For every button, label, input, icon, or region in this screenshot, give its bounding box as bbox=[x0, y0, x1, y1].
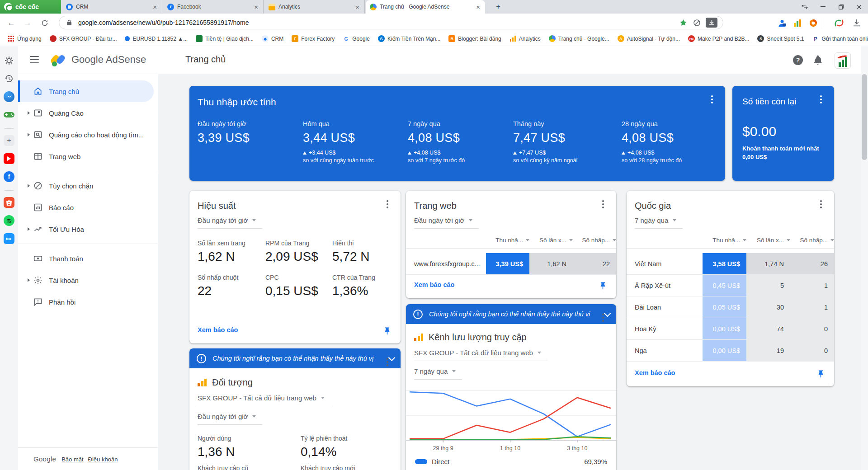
orange-donut-extension-icon[interactable] bbox=[807, 17, 819, 29]
browser-tab-adsense[interactable]: Trang chủ - Google AdSense× bbox=[366, 0, 485, 14]
suggestion-banner[interactable]: ! Chúng tôi nghĩ rằng bạn có thể nhận th… bbox=[406, 304, 616, 324]
tab-close-icon[interactable]: × bbox=[475, 4, 481, 10]
tab-close-icon[interactable]: × bbox=[354, 4, 360, 10]
window-split-icon[interactable] bbox=[796, 0, 814, 14]
adblock-shield-icon[interactable] bbox=[692, 18, 701, 27]
kebab-menu-icon[interactable] bbox=[599, 200, 607, 209]
bookmark-star-icon[interactable] bbox=[679, 18, 688, 27]
bookmark-item[interactable]: SFX GROUP - Đầu tư... bbox=[46, 35, 121, 42]
bookmark-item[interactable]: ◆CRM bbox=[258, 35, 288, 42]
column-header[interactable]: Số lần x... bbox=[746, 237, 790, 244]
tiki-icon[interactable]: tiki bbox=[4, 233, 14, 244]
view-report-link[interactable]: Xem báo cáo bbox=[635, 369, 675, 376]
coccoc-brand[interactable]: cốc cốc bbox=[0, 0, 61, 14]
analytics-extension-icon[interactable] bbox=[792, 17, 803, 29]
coccoc-sidebar-icon[interactable] bbox=[833, 17, 845, 29]
url-text[interactable]: google.com/adsense/new/u/0/pub-121762165… bbox=[78, 19, 674, 26]
menu-hamburger-icon[interactable] bbox=[30, 56, 39, 63]
footer-link[interactable]: Điều khoản bbox=[88, 456, 118, 463]
sidebar-item-payments[interactable]: Thanh toán bbox=[18, 248, 158, 269]
kebab-menu-icon[interactable] bbox=[599, 313, 607, 322]
facebook-rail-icon[interactable]: f bbox=[4, 171, 14, 182]
tab-close-icon[interactable]: × bbox=[152, 4, 158, 10]
kebab-menu-icon[interactable] bbox=[383, 200, 392, 209]
new-tab-button[interactable]: + bbox=[493, 1, 504, 12]
spotify-icon[interactable] bbox=[4, 215, 14, 226]
page-scrollbar[interactable] bbox=[861, 46, 868, 470]
sidebar-item-block[interactable]: Tùy chọn chặn bbox=[18, 175, 158, 197]
sidebar-item-feedback[interactable]: Phản hồi bbox=[18, 291, 158, 313]
adsense-logo[interactable]: Google AdSense bbox=[51, 52, 146, 67]
sidebar-item-sites[interactable]: Trang web bbox=[18, 146, 158, 167]
youtube-icon[interactable] bbox=[4, 153, 14, 164]
footer-link[interactable]: Bảo mật bbox=[61, 456, 83, 463]
column-header[interactable]: Số nhấp... bbox=[573, 237, 616, 244]
settings-gear-icon[interactable] bbox=[4, 55, 14, 66]
column-header[interactable]: Số lần x... bbox=[529, 237, 573, 244]
scrollbar-thumb[interactable] bbox=[862, 74, 867, 160]
pin-icon[interactable] bbox=[599, 282, 607, 290]
table-row[interactable]: Nga0,00 US$190 bbox=[627, 340, 834, 362]
notifications-bell-icon[interactable] bbox=[811, 53, 825, 67]
sidebar-item-ads[interactable]: Quảng Cáo bbox=[18, 102, 158, 124]
kebab-menu-icon[interactable] bbox=[383, 357, 392, 367]
bookmark-item[interactable]: Analytics bbox=[505, 35, 545, 42]
pin-icon[interactable] bbox=[383, 327, 392, 335]
sidebar-item-account[interactable]: Tài khoản bbox=[18, 269, 158, 291]
column-header[interactable]: Số nhấp... bbox=[790, 237, 834, 244]
reload-button[interactable] bbox=[39, 17, 51, 29]
download-manager-icon[interactable] bbox=[706, 18, 717, 28]
bookmark-item[interactable]: SSneeit Spot 5.1 bbox=[753, 35, 808, 42]
bookmark-item[interactable]: FForex Factory bbox=[288, 35, 339, 42]
maximize-icon[interactable] bbox=[832, 0, 850, 14]
bookmark-item[interactable]: GGoogle bbox=[339, 35, 374, 42]
browser-tab-analytics[interactable]: Analytics× bbox=[264, 0, 365, 14]
downloads-icon[interactable] bbox=[851, 17, 863, 29]
sidebar-item-optimize[interactable]: Tối Ưu Hóa bbox=[18, 218, 158, 240]
column-header[interactable]: Thu nhậ... bbox=[703, 237, 746, 244]
add-app-button[interactable]: + bbox=[4, 135, 14, 146]
account-avatar[interactable] bbox=[835, 52, 851, 69]
bookmark-item[interactable]: SKiếm Tiền Trên Mạn... bbox=[374, 35, 444, 42]
view-report-link[interactable]: Xem báo cáo bbox=[414, 281, 454, 288]
games-icon[interactable] bbox=[4, 109, 14, 120]
property-dropdown[interactable]: SFX GROUP - Tất cả dữ liệu trang web bbox=[414, 349, 547, 361]
forward-button[interactable]: → bbox=[22, 17, 33, 29]
kebab-menu-icon[interactable] bbox=[817, 200, 825, 209]
kebab-menu-icon[interactable] bbox=[708, 95, 716, 104]
kebab-menu-icon[interactable] bbox=[817, 95, 825, 104]
date-range-dropdown[interactable]: 7 ngày qua bbox=[635, 216, 683, 229]
bookmark-item[interactable]: BBlogger: Bài đăng bbox=[444, 35, 505, 42]
date-range-dropdown[interactable]: 7 ngày qua bbox=[414, 367, 462, 380]
sidebar-item-reports[interactable]: Báo cáo bbox=[18, 197, 158, 218]
view-report-link[interactable]: Xem báo cáo bbox=[198, 326, 238, 334]
bookmark-item[interactable]: PGửi thanh toán onlin... bbox=[808, 35, 868, 42]
table-row[interactable]: Hoa Kỳ0,00 US$740 bbox=[627, 318, 834, 340]
minimize-icon[interactable] bbox=[814, 0, 832, 14]
history-icon[interactable] bbox=[4, 73, 14, 84]
profile-extension-icon[interactable] bbox=[776, 17, 788, 29]
property-dropdown[interactable]: SFX GROUP - Tất cả dữ liệu trang web bbox=[198, 394, 331, 406]
address-bar[interactable]: google.com/adsense/new/u/0/pub-121762165… bbox=[59, 16, 723, 29]
messenger-icon[interactable] bbox=[4, 91, 14, 102]
bookmark-item[interactable]: AAutoSignal - Tự độn... bbox=[613, 35, 684, 42]
bookmark-item[interactable]: Ứng dụng bbox=[4, 35, 46, 42]
bookmark-item[interactable]: Trang chủ - Google... bbox=[545, 35, 613, 42]
tab-close-icon[interactable]: × bbox=[253, 4, 259, 10]
sidebar-item-searchads[interactable]: Quảng cáo cho hoạt động tìm... bbox=[18, 124, 158, 146]
date-range-dropdown[interactable]: Đầu ngày tới giờ bbox=[198, 413, 262, 425]
bookmark-item[interactable]: Tiền tệ | Giao dịch... bbox=[192, 35, 258, 42]
back-button[interactable]: ← bbox=[5, 17, 17, 29]
browser-tab-facebook[interactable]: fFacebook× bbox=[163, 0, 264, 14]
table-row[interactable]: Ả Rập Xê-út0,45 US$51 bbox=[627, 275, 834, 296]
table-row[interactable]: Đài Loan0,05 US$301 bbox=[627, 296, 834, 318]
date-range-dropdown[interactable]: Đầu ngày tới giờ bbox=[198, 216, 262, 229]
table-row[interactable]: Việt Nam3,58 US$1,74 N26 bbox=[627, 253, 834, 275]
browser-tab-crm[interactable]: CRM× bbox=[62, 0, 162, 14]
shopee-icon[interactable] bbox=[4, 197, 14, 208]
sidebar-item-home[interactable]: Trang chủ bbox=[18, 80, 154, 102]
close-window-icon[interactable] bbox=[850, 0, 868, 14]
help-icon[interactable]: ? bbox=[791, 53, 805, 67]
suggestion-banner[interactable]: ! Chúng tôi nghĩ rằng bạn có thể nhận th… bbox=[189, 348, 401, 368]
date-range-dropdown[interactable]: Đầu ngày tới giờ bbox=[414, 216, 479, 229]
